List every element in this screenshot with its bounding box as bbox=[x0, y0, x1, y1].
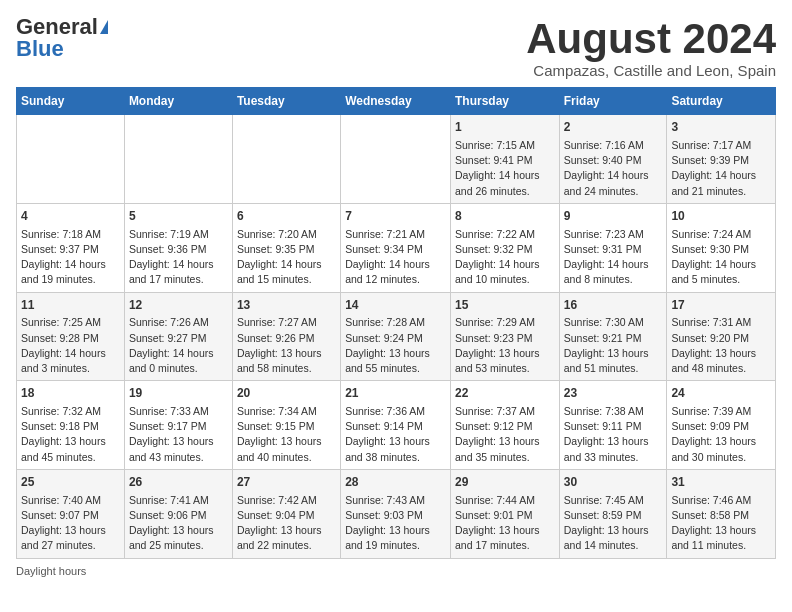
calendar-cell: 23Sunrise: 7:38 AMSunset: 9:11 PMDayligh… bbox=[559, 381, 667, 470]
calendar-cell bbox=[341, 115, 451, 204]
calendar-cell bbox=[124, 115, 232, 204]
calendar-cell: 18Sunrise: 7:32 AMSunset: 9:18 PMDayligh… bbox=[17, 381, 125, 470]
title-area: August 2024 Campazas, Castille and Leon,… bbox=[526, 16, 776, 79]
calendar-cell: 6Sunrise: 7:20 AMSunset: 9:35 PMDaylight… bbox=[232, 203, 340, 292]
calendar-cell: 26Sunrise: 7:41 AMSunset: 9:06 PMDayligh… bbox=[124, 469, 232, 558]
day-info: Sunrise: 7:25 AMSunset: 9:28 PMDaylight:… bbox=[21, 315, 120, 376]
day-number: 12 bbox=[129, 297, 228, 314]
day-info: Sunrise: 7:34 AMSunset: 9:15 PMDaylight:… bbox=[237, 404, 336, 465]
day-of-week-header: Friday bbox=[559, 88, 667, 115]
day-number: 7 bbox=[345, 208, 446, 225]
day-info: Sunrise: 7:40 AMSunset: 9:07 PMDaylight:… bbox=[21, 493, 120, 554]
day-number: 5 bbox=[129, 208, 228, 225]
day-number: 14 bbox=[345, 297, 446, 314]
day-info: Sunrise: 7:44 AMSunset: 9:01 PMDaylight:… bbox=[455, 493, 555, 554]
day-info: Sunrise: 7:45 AMSunset: 8:59 PMDaylight:… bbox=[564, 493, 663, 554]
day-number: 17 bbox=[671, 297, 771, 314]
day-info: Sunrise: 7:41 AMSunset: 9:06 PMDaylight:… bbox=[129, 493, 228, 554]
calendar-cell: 14Sunrise: 7:28 AMSunset: 9:24 PMDayligh… bbox=[341, 292, 451, 381]
day-number: 16 bbox=[564, 297, 663, 314]
calendar-table: SundayMondayTuesdayWednesdayThursdayFrid… bbox=[16, 87, 776, 558]
calendar-cell: 8Sunrise: 7:22 AMSunset: 9:32 PMDaylight… bbox=[450, 203, 559, 292]
calendar-cell: 12Sunrise: 7:26 AMSunset: 9:27 PMDayligh… bbox=[124, 292, 232, 381]
day-of-week-header: Thursday bbox=[450, 88, 559, 115]
calendar-cell bbox=[17, 115, 125, 204]
day-info: Sunrise: 7:43 AMSunset: 9:03 PMDaylight:… bbox=[345, 493, 446, 554]
calendar-cell: 28Sunrise: 7:43 AMSunset: 9:03 PMDayligh… bbox=[341, 469, 451, 558]
calendar-cell: 24Sunrise: 7:39 AMSunset: 9:09 PMDayligh… bbox=[667, 381, 776, 470]
day-info: Sunrise: 7:24 AMSunset: 9:30 PMDaylight:… bbox=[671, 227, 771, 288]
day-number: 30 bbox=[564, 474, 663, 491]
day-of-week-header: Tuesday bbox=[232, 88, 340, 115]
footer-note: Daylight hours bbox=[16, 565, 776, 577]
day-info: Sunrise: 7:17 AMSunset: 9:39 PMDaylight:… bbox=[671, 138, 771, 199]
day-number: 3 bbox=[671, 119, 771, 136]
day-number: 13 bbox=[237, 297, 336, 314]
calendar-cell: 29Sunrise: 7:44 AMSunset: 9:01 PMDayligh… bbox=[450, 469, 559, 558]
day-info: Sunrise: 7:42 AMSunset: 9:04 PMDaylight:… bbox=[237, 493, 336, 554]
day-number: 25 bbox=[21, 474, 120, 491]
day-info: Sunrise: 7:27 AMSunset: 9:26 PMDaylight:… bbox=[237, 315, 336, 376]
day-of-week-header: Saturday bbox=[667, 88, 776, 115]
calendar-cell: 2Sunrise: 7:16 AMSunset: 9:40 PMDaylight… bbox=[559, 115, 667, 204]
calendar-cell: 22Sunrise: 7:37 AMSunset: 9:12 PMDayligh… bbox=[450, 381, 559, 470]
calendar-cell: 9Sunrise: 7:23 AMSunset: 9:31 PMDaylight… bbox=[559, 203, 667, 292]
day-info: Sunrise: 7:31 AMSunset: 9:20 PMDaylight:… bbox=[671, 315, 771, 376]
day-number: 8 bbox=[455, 208, 555, 225]
calendar-cell: 1Sunrise: 7:15 AMSunset: 9:41 PMDaylight… bbox=[450, 115, 559, 204]
day-info: Sunrise: 7:26 AMSunset: 9:27 PMDaylight:… bbox=[129, 315, 228, 376]
day-number: 26 bbox=[129, 474, 228, 491]
day-number: 23 bbox=[564, 385, 663, 402]
day-info: Sunrise: 7:32 AMSunset: 9:18 PMDaylight:… bbox=[21, 404, 120, 465]
logo: General Blue bbox=[16, 16, 108, 60]
day-of-week-header: Sunday bbox=[17, 88, 125, 115]
calendar-cell: 20Sunrise: 7:34 AMSunset: 9:15 PMDayligh… bbox=[232, 381, 340, 470]
day-number: 19 bbox=[129, 385, 228, 402]
calendar-cell: 25Sunrise: 7:40 AMSunset: 9:07 PMDayligh… bbox=[17, 469, 125, 558]
header-area: General Blue August 2024 Campazas, Casti… bbox=[16, 16, 776, 79]
day-number: 15 bbox=[455, 297, 555, 314]
calendar-cell: 31Sunrise: 7:46 AMSunset: 8:58 PMDayligh… bbox=[667, 469, 776, 558]
day-info: Sunrise: 7:21 AMSunset: 9:34 PMDaylight:… bbox=[345, 227, 446, 288]
day-info: Sunrise: 7:15 AMSunset: 9:41 PMDaylight:… bbox=[455, 138, 555, 199]
logo-blue-text: Blue bbox=[16, 38, 64, 60]
day-number: 31 bbox=[671, 474, 771, 491]
calendar-cell: 21Sunrise: 7:36 AMSunset: 9:14 PMDayligh… bbox=[341, 381, 451, 470]
day-of-week-header: Monday bbox=[124, 88, 232, 115]
day-number: 11 bbox=[21, 297, 120, 314]
calendar-cell: 4Sunrise: 7:18 AMSunset: 9:37 PMDaylight… bbox=[17, 203, 125, 292]
day-number: 9 bbox=[564, 208, 663, 225]
calendar-cell: 7Sunrise: 7:21 AMSunset: 9:34 PMDaylight… bbox=[341, 203, 451, 292]
day-number: 24 bbox=[671, 385, 771, 402]
day-number: 2 bbox=[564, 119, 663, 136]
day-number: 6 bbox=[237, 208, 336, 225]
day-info: Sunrise: 7:36 AMSunset: 9:14 PMDaylight:… bbox=[345, 404, 446, 465]
day-info: Sunrise: 7:16 AMSunset: 9:40 PMDaylight:… bbox=[564, 138, 663, 199]
day-info: Sunrise: 7:23 AMSunset: 9:31 PMDaylight:… bbox=[564, 227, 663, 288]
calendar-cell: 19Sunrise: 7:33 AMSunset: 9:17 PMDayligh… bbox=[124, 381, 232, 470]
day-info: Sunrise: 7:30 AMSunset: 9:21 PMDaylight:… bbox=[564, 315, 663, 376]
logo-triangle-icon bbox=[100, 20, 108, 34]
day-info: Sunrise: 7:19 AMSunset: 9:36 PMDaylight:… bbox=[129, 227, 228, 288]
day-info: Sunrise: 7:46 AMSunset: 8:58 PMDaylight:… bbox=[671, 493, 771, 554]
day-info: Sunrise: 7:37 AMSunset: 9:12 PMDaylight:… bbox=[455, 404, 555, 465]
day-info: Sunrise: 7:38 AMSunset: 9:11 PMDaylight:… bbox=[564, 404, 663, 465]
day-info: Sunrise: 7:18 AMSunset: 9:37 PMDaylight:… bbox=[21, 227, 120, 288]
day-number: 29 bbox=[455, 474, 555, 491]
day-number: 28 bbox=[345, 474, 446, 491]
day-number: 21 bbox=[345, 385, 446, 402]
calendar-cell: 10Sunrise: 7:24 AMSunset: 9:30 PMDayligh… bbox=[667, 203, 776, 292]
location-title: Campazas, Castille and Leon, Spain bbox=[526, 62, 776, 79]
calendar-cell: 17Sunrise: 7:31 AMSunset: 9:20 PMDayligh… bbox=[667, 292, 776, 381]
calendar-cell: 5Sunrise: 7:19 AMSunset: 9:36 PMDaylight… bbox=[124, 203, 232, 292]
calendar-cell: 11Sunrise: 7:25 AMSunset: 9:28 PMDayligh… bbox=[17, 292, 125, 381]
logo-general-text: General bbox=[16, 16, 98, 38]
day-of-week-header: Wednesday bbox=[341, 88, 451, 115]
day-number: 27 bbox=[237, 474, 336, 491]
day-number: 20 bbox=[237, 385, 336, 402]
day-info: Sunrise: 7:33 AMSunset: 9:17 PMDaylight:… bbox=[129, 404, 228, 465]
day-info: Sunrise: 7:22 AMSunset: 9:32 PMDaylight:… bbox=[455, 227, 555, 288]
day-number: 1 bbox=[455, 119, 555, 136]
calendar-cell bbox=[232, 115, 340, 204]
day-info: Sunrise: 7:20 AMSunset: 9:35 PMDaylight:… bbox=[237, 227, 336, 288]
